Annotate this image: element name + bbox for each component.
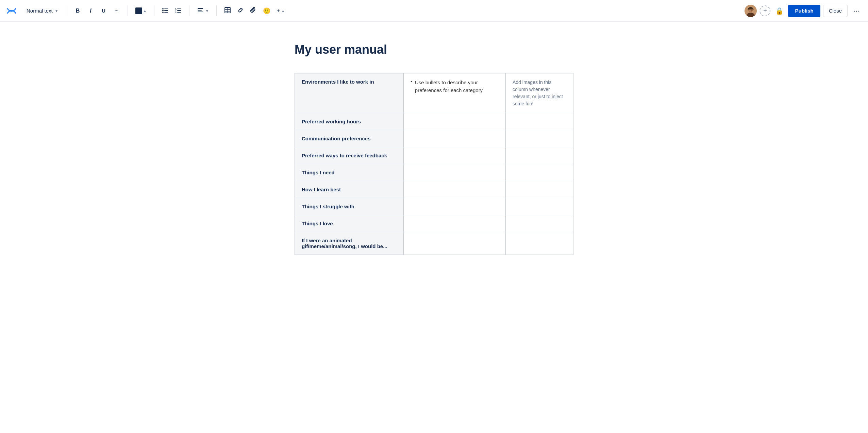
- text-style-label: Normal text: [27, 8, 53, 14]
- row-helper: Add images in this column whenever relev…: [506, 73, 573, 113]
- page-title[interactable]: My user manual: [295, 42, 573, 57]
- underline-icon: U: [102, 8, 105, 14]
- row-label: Environments I like to work in: [295, 73, 404, 113]
- toolbar: Normal text ▼ B I U ··· ▲: [0, 0, 868, 22]
- formatting-group: B I U ···: [72, 5, 123, 17]
- table-icon: [224, 7, 231, 15]
- table-row[interactable]: Communication preferences: [295, 130, 573, 147]
- bullet-item: ●Use bullets to describe your preference…: [411, 79, 499, 94]
- svg-point-4: [162, 12, 164, 13]
- bullet-dot: ●: [411, 80, 412, 84]
- row-helper: [506, 147, 573, 164]
- plus-collaborator-icon: +: [763, 7, 767, 14]
- row-bullets[interactable]: [404, 130, 506, 147]
- color-box: [135, 7, 142, 14]
- svg-rect-7: [177, 8, 181, 9]
- row-bullets[interactable]: [404, 215, 506, 232]
- bullet-list-icon: [162, 7, 169, 15]
- row-label: Communication preferences: [295, 130, 404, 147]
- link-button[interactable]: [234, 5, 247, 17]
- svg-rect-13: [198, 10, 202, 11]
- svg-rect-12: [198, 8, 203, 9]
- text-style-dropdown[interactable]: Normal text ▼: [23, 5, 62, 17]
- bullet-list-button[interactable]: [159, 5, 171, 17]
- lock-icon: 🔒: [775, 7, 784, 15]
- svg-point-2: [162, 10, 164, 11]
- row-label: Preferred working hours: [295, 113, 404, 130]
- divider-1: [67, 5, 67, 16]
- table-row[interactable]: Things I need: [295, 164, 573, 181]
- align-button[interactable]: ▼: [194, 5, 212, 17]
- svg-rect-11: [177, 12, 181, 13]
- svg-rect-1: [164, 8, 168, 9]
- more-formatting-button[interactable]: ···: [111, 5, 123, 17]
- table-row[interactable]: Preferred working hours: [295, 113, 573, 130]
- svg-rect-9: [177, 10, 181, 11]
- avatar[interactable]: [745, 5, 757, 17]
- row-bullets[interactable]: [404, 147, 506, 164]
- publish-button[interactable]: Publish: [788, 5, 820, 17]
- list-group: 1. 2. 3.: [159, 5, 184, 17]
- align-chevron-icon: ▼: [205, 9, 209, 13]
- ordered-list-button[interactable]: 1. 2. 3.: [172, 5, 184, 17]
- row-label: If I were an animated gif/meme/animal/so…: [295, 232, 404, 255]
- svg-text:3.: 3.: [175, 11, 177, 13]
- row-label: Things I love: [295, 215, 404, 232]
- divider-2: [128, 5, 128, 16]
- chevron-down-icon: ▼: [55, 9, 59, 13]
- row-helper: [506, 164, 573, 181]
- table-button[interactable]: [221, 5, 234, 17]
- attach-button[interactable]: [247, 5, 260, 17]
- bold-button[interactable]: B: [72, 5, 84, 17]
- table-row[interactable]: Environments I like to work in●Use bulle…: [295, 73, 573, 113]
- table-row[interactable]: If I were an animated gif/meme/animal/so…: [295, 232, 573, 255]
- row-bullets[interactable]: [404, 198, 506, 215]
- italic-button[interactable]: I: [85, 5, 97, 17]
- insert-group: 🙂 + ▲: [221, 5, 287, 17]
- toolbar-right: + 🔒 Publish Close ···: [745, 5, 863, 17]
- svg-rect-14: [198, 12, 203, 12]
- link-icon: [237, 7, 244, 15]
- row-label: Things I need: [295, 164, 404, 181]
- row-label: Preferred ways to receive feedback: [295, 147, 404, 164]
- lock-button[interactable]: 🔒: [773, 5, 785, 17]
- underline-button[interactable]: U: [98, 5, 110, 17]
- divider-3: [154, 5, 154, 16]
- avatar-image: [745, 5, 757, 17]
- italic-icon: I: [90, 8, 91, 14]
- row-bullets[interactable]: [404, 232, 506, 255]
- table-row[interactable]: How I learn best: [295, 181, 573, 198]
- emoji-icon: 🙂: [263, 7, 270, 15]
- row-bullets[interactable]: ●Use bullets to describe your preference…: [404, 73, 506, 113]
- plus-icon: +: [277, 8, 280, 14]
- add-collaborator-button[interactable]: +: [760, 5, 770, 16]
- table-row[interactable]: Things I love: [295, 215, 573, 232]
- more-options-icon: ···: [854, 7, 859, 15]
- row-helper: [506, 215, 573, 232]
- row-bullets[interactable]: [404, 181, 506, 198]
- confluence-logo[interactable]: [5, 5, 18, 17]
- row-helper: [506, 181, 573, 198]
- row-bullets[interactable]: [404, 113, 506, 130]
- more-formatting-icon: ···: [115, 8, 119, 14]
- ordered-list-icon: 1. 2. 3.: [175, 7, 182, 15]
- more-options-button[interactable]: ···: [850, 5, 863, 17]
- row-helper: [506, 198, 573, 215]
- user-manual-table: Environments I like to work in●Use bulle…: [295, 73, 573, 255]
- content-area: My user manual Environments I like to wo…: [267, 22, 601, 282]
- color-swatch-button[interactable]: ▲: [133, 5, 150, 17]
- svg-rect-3: [164, 10, 168, 11]
- row-helper: [506, 113, 573, 130]
- close-button[interactable]: Close: [823, 5, 848, 17]
- table-row[interactable]: Things I struggle with: [295, 198, 573, 215]
- row-helper: [506, 232, 573, 255]
- row-bullets[interactable]: [404, 164, 506, 181]
- row-label: Things I struggle with: [295, 198, 404, 215]
- bold-icon: B: [76, 8, 80, 14]
- insert-more-button[interactable]: + ▲: [274, 5, 287, 17]
- table-row[interactable]: Preferred ways to receive feedback: [295, 147, 573, 164]
- svg-point-0: [162, 8, 164, 10]
- emoji-button[interactable]: 🙂: [260, 5, 273, 17]
- row-helper: [506, 130, 573, 147]
- align-icon: [197, 7, 204, 15]
